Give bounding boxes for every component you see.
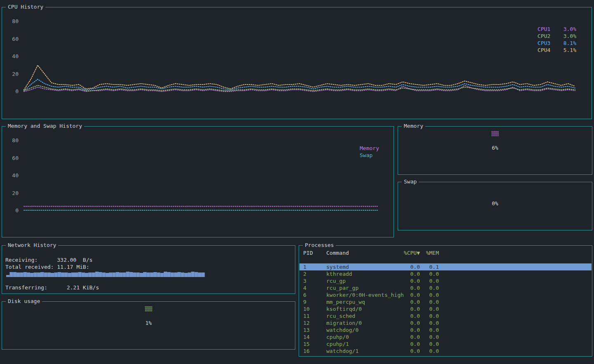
process-mem: 0.0 <box>420 312 439 319</box>
process-row[interactable]: 13watchdog/00.00.0 <box>299 326 592 333</box>
process-cpu: 0.0 <box>394 277 420 284</box>
process-pid: 16 <box>303 348 326 355</box>
process-command: rcu_par_gp <box>326 284 394 291</box>
process-cpu: 0.0 <box>394 298 420 305</box>
process-command: mm_percpu_wq <box>326 298 394 305</box>
process-cpu: 0.0 <box>394 263 420 270</box>
process-command: ksoftirqd/0 <box>326 305 394 312</box>
process-pid: 3 <box>303 277 326 284</box>
process-row[interactable]: 6kworker/0:0H-events_high0.00.0 <box>299 291 592 298</box>
system-monitor-screen: CPU History 806040200 CPU1 3.0%CPU2 3.0%… <box>0 0 594 364</box>
process-row[interactable]: 11rcu_sched0.00.0 <box>299 312 592 319</box>
network-transferring-text: Transferring: 2.21 KiB/s <box>5 284 99 291</box>
memory-gauge-value: 6% <box>398 145 592 151</box>
cpu-history-panel: CPU History 806040200 CPU1 3.0%CPU2 3.0%… <box>2 7 592 119</box>
legend-item: CPU1 3.0% <box>537 26 576 33</box>
process-row[interactable]: 10ksoftirqd/00.00.0 <box>299 305 592 312</box>
process-pid: 13 <box>303 326 326 333</box>
process-pid: 2 <box>303 270 326 277</box>
disk-usage-title: Disk usage <box>6 298 42 305</box>
memory-swap-legend: MemorySwap <box>360 145 379 159</box>
header-mem[interactable]: %MEM <box>420 249 439 256</box>
process-pid: 14 <box>303 333 326 341</box>
process-command: cpuhp/1 <box>326 341 394 348</box>
process-command: systemd <box>326 263 394 270</box>
process-pid: 11 <box>303 312 326 319</box>
process-command: kworker/0:0H-events_high <box>326 291 394 298</box>
swap-gauge-title: Swap <box>402 178 419 185</box>
legend-item: CPU4 5.1% <box>537 47 576 54</box>
disk-gauge-dots-icon <box>144 306 153 312</box>
svg-text:60: 60 <box>12 36 19 42</box>
process-pid: 15 <box>303 341 326 348</box>
process-row[interactable]: 4rcu_par_gp0.00.0 <box>299 284 592 291</box>
process-mem: 0.0 <box>420 326 439 333</box>
svg-text:0: 0 <box>15 88 19 94</box>
process-cpu: 0.0 <box>394 312 420 319</box>
svg-text:80: 80 <box>12 18 19 24</box>
legend-item: Swap <box>360 152 379 159</box>
processes-panel: Processes PID Command %CPU▼ %MEM 1system… <box>299 245 592 357</box>
svg-text:0: 0 <box>15 207 19 214</box>
process-cpu: 0.0 <box>394 319 420 326</box>
process-row[interactable]: 15cpuhp/10.00.0 <box>299 341 592 348</box>
process-command: cpuhp/0 <box>326 333 394 341</box>
memory-swap-history-graph: 806040200 <box>2 127 394 237</box>
process-command: migration/0 <box>326 319 394 326</box>
process-mem: 0.0 <box>420 270 439 277</box>
svg-text:40: 40 <box>12 172 19 178</box>
process-cpu: 0.0 <box>394 284 420 291</box>
process-table-body: 1systemd0.00.12kthreadd0.00.03rcu_gp0.00… <box>299 263 592 355</box>
process-pid: 10 <box>303 305 326 312</box>
process-row[interactable]: 14cpuhp/00.00.0 <box>299 333 592 341</box>
process-pid: 9 <box>303 298 326 305</box>
process-pid: 6 <box>303 291 326 298</box>
legend-item: CPU2 3.0% <box>537 33 576 40</box>
process-cpu: 0.0 <box>394 305 420 312</box>
process-row-selected[interactable]: 1systemd0.00.1 <box>299 263 592 270</box>
legend-item: CPU3 8.1% <box>537 40 576 47</box>
process-command: watchdog/0 <box>326 326 394 333</box>
processes-title: Processes <box>303 242 336 249</box>
svg-text:60: 60 <box>12 155 19 161</box>
process-pid: 4 <box>303 284 326 291</box>
process-row[interactable]: 16watchdog/10.00.0 <box>299 348 592 355</box>
process-row[interactable]: 12migration/00.00.0 <box>299 319 592 326</box>
swap-gauge-panel: Swap 0% <box>398 182 592 230</box>
disk-usage-panel: Disk usage 1% <box>2 301 295 350</box>
process-mem: 0.0 <box>420 305 439 312</box>
memory-gauge-panel: Memory 6% <box>398 126 592 175</box>
memory-gauge-dots-icon <box>491 131 500 137</box>
process-row[interactable]: 9mm_percpu_wq0.00.0 <box>299 298 592 305</box>
process-pid: 1 <box>303 263 326 270</box>
process-command: watchdog/1 <box>326 348 394 355</box>
process-mem: 0.0 <box>420 319 439 326</box>
header-pid[interactable]: PID <box>303 249 326 256</box>
process-cpu: 0.0 <box>394 348 420 355</box>
process-cpu: 0.0 <box>394 270 420 277</box>
process-row[interactable]: 2kthreadd0.00.0 <box>299 270 592 277</box>
svg-text:80: 80 <box>12 137 19 143</box>
process-mem: 0.0 <box>420 284 439 291</box>
process-mem: 0.0 <box>420 341 439 348</box>
process-cpu: 0.0 <box>394 291 420 298</box>
process-table-header: PID Command %CPU▼ %MEM <box>299 249 592 256</box>
disk-gauge-value: 1% <box>2 320 295 326</box>
header-cpu-sort[interactable]: %CPU▼ <box>394 249 420 256</box>
process-mem: 0.0 <box>420 298 439 305</box>
swap-gauge-value: 0% <box>398 200 592 207</box>
header-command[interactable]: Command <box>326 249 394 256</box>
legend-item: Memory <box>360 145 379 152</box>
process-mem: 0.0 <box>420 348 439 355</box>
process-command: rcu_sched <box>326 312 394 319</box>
memory-swap-history-panel: Memory and Swap History 806040200 Memory… <box>2 126 394 237</box>
process-command: kthreadd <box>326 270 394 277</box>
process-cpu: 0.0 <box>394 341 420 348</box>
process-row[interactable]: 3rcu_gp0.00.0 <box>299 277 592 284</box>
process-mem: 0.0 <box>420 291 439 298</box>
process-pid: 12 <box>303 319 326 326</box>
process-mem: 0.0 <box>420 333 439 341</box>
cpu-history-graph: 806040200 <box>2 7 592 119</box>
svg-text:20: 20 <box>12 71 19 77</box>
process-mem: 0.0 <box>420 277 439 284</box>
